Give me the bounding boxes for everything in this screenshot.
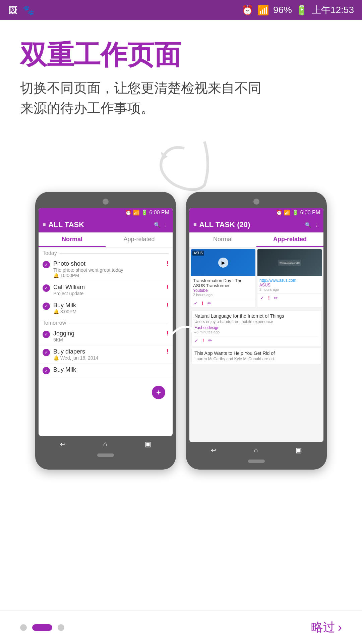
page-title: 双重工作页面 [20, 40, 342, 70]
phone-right-search-icon[interactable]: 🔍 [305, 222, 311, 228]
tab-app-related-left[interactable]: App-related [106, 232, 173, 247]
section-today-line [60, 253, 169, 254]
dot-3[interactable] [58, 624, 64, 631]
task-buy-milk-2[interactable]: ✓ Buy Milk [39, 364, 173, 377]
task-buy-milk-1-info: Buy Milk 🔔 8:00PM [53, 302, 163, 314]
app-icon-1: 🖼 [8, 5, 17, 16]
app-card-nl-edit-icon[interactable]: ✏ [208, 338, 212, 343]
task-photo-shoot-sub: The photo shoot went great today [53, 267, 163, 273]
phone-right-title: ALL TASK (20) [199, 220, 302, 229]
task-call-william-title: Call William [53, 284, 163, 291]
app-card-nl-body: Users enjoy a hands-free mobile experien… [194, 319, 318, 324]
arrow-area [0, 131, 362, 199]
task-buy-milk-2-title: Buy Milk [53, 366, 169, 373]
phone-left-navbar: ↩ ⌂ ▣ [39, 437, 173, 451]
phone-right-home-button [248, 460, 265, 463]
curved-arrow-icon [144, 135, 218, 195]
app-card-natural-language[interactable]: Natural Language for the Internet of Thi… [191, 310, 321, 346]
phones-container: ⏰ 📶 🔋 6:00 PM ≡ ALL TASK 🔍 ⋮ Normal [0, 192, 362, 470]
tab-normal-left[interactable]: Normal [39, 232, 106, 247]
tab-normal-right[interactable]: Normal [189, 232, 256, 247]
phone-right-home-icon[interactable]: ⌂ [254, 446, 258, 454]
play-button-icon[interactable]: ▶ [218, 258, 228, 268]
task-call-william[interactable]: ✓ Call William Project update ! [39, 281, 173, 299]
status-bar: 🖼 🐾 ⏰ 📶 96% 🔋 上午12:53 [0, 0, 362, 20]
dot-2-active[interactable] [32, 624, 52, 631]
battery-icon: 🔋 [296, 5, 308, 16]
app-card-video-edit-icon[interactable]: ✏ [207, 301, 212, 306]
task-call-william-sub: Project update [53, 291, 163, 296]
tab-app-related-right[interactable]: App-related [256, 232, 323, 247]
phone-left-more-icon[interactable]: ⋮ [163, 222, 169, 228]
section-tomorrow-line [69, 323, 169, 323]
app-card-web-edit-icon[interactable]: ✏ [274, 295, 278, 301]
skip-button[interactable]: 略过 › [311, 619, 342, 636]
app-card-web-priority-icon[interactable]: ! [268, 295, 270, 301]
task-buy-milk-1-title: Buy Milk [53, 302, 163, 309]
phone-left-search-icon[interactable]: 🔍 [154, 222, 161, 228]
phone-right-menu-icon[interactable]: ≡ [193, 222, 196, 228]
task-call-william-checkbox[interactable]: ✓ [43, 284, 50, 292]
app-card-article-title: This App Wants to Help You Get Rid of [194, 351, 318, 356]
app-card-app-article[interactable]: This App Wants to Help You Get Rid of La… [191, 347, 321, 364]
app-card-asus-video[interactable]: ASUS ▶ Transformation Day - The ASUS Tra… [191, 249, 256, 308]
task-jogging[interactable]: ✓ Jogging 5KM ! [39, 327, 173, 345]
phone-right-app-content: ASUS ▶ Transformation Day - The ASUS Tra… [189, 248, 323, 442]
phone-right-back-icon[interactable]: ↩ [211, 446, 217, 454]
dot-1[interactable] [20, 624, 27, 631]
task-call-william-info: Call William Project update [53, 284, 163, 296]
phone-left-recents-icon[interactable]: ▣ [145, 440, 151, 448]
main-content: 双重工作页面 切换不同页面，让您更清楚检视来自不同来源的待办工作事项。 [0, 20, 362, 118]
app-card-asus-web[interactable]: www.asus.com http://www.asus.com ASUS 2 … [257, 249, 322, 308]
alarm-icon: ⏰ [242, 5, 253, 16]
app-card-video-actions: ✓ ! ✏ [191, 299, 255, 307]
phone-left-battery: 🔋 [141, 209, 148, 216]
app-card-video-source: Youtube [193, 288, 253, 293]
task-buy-milk-2-info: Buy Milk [53, 366, 169, 373]
task-jogging-title: Jogging [53, 330, 163, 337]
task-buy-milk-1-checkbox[interactable]: ✓ [43, 303, 50, 310]
app-card-web-time: 2 hours ago [259, 287, 320, 291]
phone-left-appbar: ≡ ALL TASK 🔍 ⋮ [39, 217, 173, 232]
task-buy-diapers-info: Buy diapers 🔔 Wed, jun 18, 2014 [53, 348, 163, 361]
app-card-nl-actions: ✓ ! ✏ [194, 336, 318, 343]
task-buy-diapers-checkbox[interactable]: ✓ [43, 349, 50, 356]
task-jogging-checkbox[interactable]: ✓ [43, 331, 50, 338]
app-card-video-priority-icon[interactable]: ! [202, 301, 203, 306]
status-right-icons: ⏰ 📶 96% 🔋 上午12:53 [242, 4, 354, 16]
app-card-nl-time: 43 minutes ago [194, 330, 318, 334]
task-photo-shoot[interactable]: ✓ Photo shoot The photo shoot went great… [39, 258, 173, 281]
phone-left-fab[interactable]: + [152, 386, 165, 399]
task-photo-shoot-checkbox[interactable]: ✓ [43, 261, 50, 268]
task-buy-diapers-title: Buy diapers [53, 348, 163, 355]
phone-right-recents-icon[interactable]: ▣ [296, 446, 302, 454]
wifi-icon: 📶 [257, 5, 269, 16]
app-icon-2: 🐾 [23, 5, 35, 16]
phone-right-time: 6:00 PM [300, 210, 320, 216]
task-buy-diapers[interactable]: ✓ Buy diapers 🔔 Wed, jun 18, 2014 ! [39, 345, 173, 364]
phone-left-back-icon[interactable]: ↩ [60, 440, 66, 448]
phone-right-more-icon[interactable]: ⋮ [314, 222, 319, 228]
app-card-nl-check-icon[interactable]: ✓ [194, 338, 198, 343]
phone-left-menu-icon[interactable]: ≡ [43, 222, 46, 228]
app-card-video-check-icon[interactable]: ✓ [194, 301, 198, 306]
task-buy-milk-1[interactable]: ✓ Buy Milk 🔔 8:00PM ! [39, 299, 173, 317]
task-photo-shoot-time: 🔔 10:00PM [53, 273, 163, 278]
app-card-nl-priority-icon[interactable]: ! [202, 338, 204, 343]
phones-section: ⏰ 📶 🔋 6:00 PM ≡ ALL TASK 🔍 ⋮ Normal [0, 192, 362, 470]
app-card-web-check-icon[interactable]: ✓ [260, 295, 264, 301]
bottom-bar: 略过 › [0, 610, 362, 644]
phone-right-content: ⏰ 📶 🔋 6:00 PM ≡ ALL TASK (20) 🔍 ⋮ N [189, 208, 323, 442]
app-card-web-url: http://www.asus.com [259, 278, 320, 283]
app-card-web-preview: www.asus.com [277, 258, 302, 267]
phone-left-tabs: Normal App-related [39, 232, 173, 248]
app-card-video-time: 2 hours ago [193, 293, 253, 297]
phone-right-battery: 🔋 [292, 209, 299, 216]
phone-left-home-icon[interactable]: ⌂ [103, 440, 107, 448]
task-jogging-info: Jogging 5KM [53, 330, 163, 342]
task-buy-milk-2-checkbox[interactable]: ✓ [43, 367, 50, 374]
skip-chevron-icon: › [338, 621, 342, 635]
section-tomorrow-label: Tomorrow [43, 320, 66, 326]
app-card-nl-source: Fast codesign [194, 325, 318, 330]
app-card-video-title: Transformation Day - The ASUS Transforme… [193, 278, 253, 288]
